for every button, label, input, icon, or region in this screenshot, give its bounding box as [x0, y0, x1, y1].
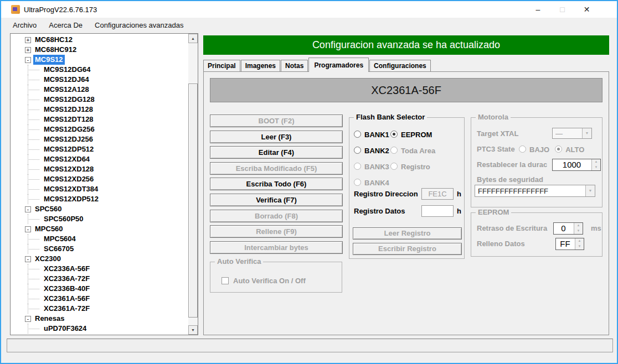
tree-item-sc66705[interactable]: SC66705	[11, 244, 188, 254]
tab-programadores[interactable]: Programadores	[308, 58, 369, 72]
tree-item-mc9s12xd128[interactable]: MC9S12XD128	[11, 164, 188, 174]
auto-verifica-checkbox[interactable]	[222, 277, 229, 284]
target-xtal-value: —	[555, 129, 581, 138]
leer-registro-button[interactable]: Leer Registro	[353, 227, 462, 240]
tree-scrollbar[interactable]: ▲ ▼	[188, 34, 198, 335]
radio-eeprom[interactable]: EEPROM	[390, 129, 432, 139]
tree-expander-icon[interactable]: +	[25, 37, 31, 43]
target-xtal-dropdown[interactable]: — ▼	[552, 128, 592, 139]
dropdown-arrow-icon[interactable]: ▼	[582, 128, 591, 138]
tree-expander-icon[interactable]: -	[25, 57, 31, 63]
tree-item-xc2361a-56f[interactable]: XC2361A-56F	[11, 294, 188, 304]
tree-item-mc9s12xdt384[interactable]: MC9S12XDT384	[11, 184, 188, 194]
radio-bank2[interactable]: BANK2	[354, 145, 389, 155]
button-leer-f3[interactable]: Leer (F3)	[210, 131, 343, 143]
close-button[interactable]: ✕	[574, 1, 599, 18]
radio-bank4[interactable]: BANK4	[354, 178, 389, 188]
reset-duration-spinner[interactable]: 1000 ▲▼	[552, 159, 601, 171]
registro-direccion-field[interactable]: FE1C	[421, 188, 454, 200]
tree-expander-icon[interactable]: -	[25, 256, 31, 262]
tree-expander-icon[interactable]: -	[25, 226, 31, 232]
menu-item-acerca-de[interactable]: Acerca De	[43, 18, 89, 33]
tab-notas[interactable]: Notas	[281, 60, 308, 71]
radio-toda-area[interactable]: Toda Area	[390, 145, 435, 155]
escribir-registro-button[interactable]: Escribir Registro	[353, 243, 462, 255]
maximize-button[interactable]: □	[550, 1, 575, 18]
tree-expander-icon[interactable]: +	[25, 47, 31, 53]
spinner-up-icon[interactable]: ▲	[592, 159, 600, 165]
menu-item-configuraciones-avanzadas[interactable]: Configuraciones avanzadas	[89, 18, 189, 33]
tree-item-mc9s12xdp512[interactable]: MC9S12XDP512	[11, 194, 188, 204]
radio-label: BANK2	[364, 147, 389, 155]
button-intercambiar-bytes[interactable]: Intercambiar bytes	[210, 241, 343, 254]
button-boot-f2[interactable]: BOOT (F2)	[210, 115, 343, 127]
tree-item-spc560[interactable]: -SPC560	[11, 204, 188, 214]
tree-item-label: uPD70F3624	[42, 324, 88, 334]
spinner-up-icon[interactable]: ▲	[574, 223, 583, 228]
tree-connector-tick	[28, 269, 39, 269]
button-verifica-f7[interactable]: Verifica (F7)	[210, 194, 343, 206]
button-escriba-todo-f6[interactable]: Escriba Todo (F6)	[210, 178, 343, 190]
tree-item-mc9s12dj128[interactable]: MC9S12DJ128	[11, 105, 188, 115]
tree-expander-icon[interactable]: -	[25, 206, 31, 212]
registro-datos-field[interactable]	[421, 205, 454, 217]
tree-item-mpc5604[interactable]: MPC5604	[11, 234, 188, 244]
tree-item-mpc560[interactable]: -MPC560	[11, 224, 188, 234]
tree-item-mc9s12dg128[interactable]: MC9S12DG128	[11, 95, 188, 105]
radio-bank3[interactable]: BANK3	[354, 162, 389, 171]
radio-alto[interactable]: ALTO	[555, 144, 584, 154]
tree-item-label: MPC560	[33, 224, 65, 234]
spinner-down-icon[interactable]: ▼	[574, 228, 583, 234]
button-rellene-f9[interactable]: Rellene (F9)	[210, 225, 343, 238]
tree-item-renesas[interactable]: -Renesas	[11, 314, 188, 324]
tree-item-xc2336a-56f[interactable]: XC2336A-56F	[11, 264, 188, 274]
tree-item-mc9s12xd64[interactable]: MC9S12XD64	[11, 154, 188, 164]
tree-item-mc9s12dt128[interactable]: MC9S12DT128	[11, 115, 188, 124]
spinner-down-icon[interactable]: ▼	[575, 244, 584, 249]
minimize-button[interactable]: –	[526, 1, 550, 18]
tree-item-mc9s12[interactable]: -MC9S12	[11, 55, 188, 65]
button-borrado-f8[interactable]: Borrado (F8)	[210, 210, 343, 222]
scrollbar-thumb[interactable]	[188, 84, 198, 318]
radio-bajo[interactable]: BAJO	[519, 144, 549, 154]
radio-registro[interactable]: Registro	[390, 162, 430, 171]
scroll-down-icon[interactable]: ▼	[188, 325, 198, 335]
tree-item-xc2336b-40f[interactable]: XC2336B-40F	[11, 284, 188, 294]
tree-item-mc9s12dg64[interactable]: MC9S12DG64	[11, 65, 188, 75]
write-delay-value: 0	[554, 223, 573, 234]
tree-item-mc9s12xd256[interactable]: MC9S12XD256	[11, 174, 188, 184]
dropdown-arrow-icon[interactable]: ▼	[585, 185, 595, 196]
tree-item-mc9s12a128[interactable]: MC9S12A128	[11, 85, 188, 95]
fill-data-spinner[interactable]: FF ▲▼	[555, 238, 584, 250]
scroll-up-icon[interactable]: ▲	[188, 34, 198, 43]
radio-bank1[interactable]: BANK1	[354, 129, 389, 139]
tree-item-xc2336a-72f[interactable]: XC2336A-72F	[11, 274, 188, 284]
spinner-up-icon[interactable]: ▲	[575, 238, 584, 244]
tree-connector-tick	[28, 100, 39, 100]
button-editar-f4[interactable]: Editar (F4)	[210, 146, 343, 159]
radio-label: BANK3	[364, 163, 389, 171]
tree-item-mc68hc12[interactable]: +MC68HC12	[11, 35, 188, 45]
device-name-banner: XC2361A-56F	[210, 78, 602, 102]
tab-principal[interactable]: Principal	[203, 60, 240, 71]
tree-item-xc2300[interactable]: -XC2300	[11, 254, 188, 264]
spinner-buttons[interactable]: ▲▼	[574, 223, 583, 234]
tree-item-xc2361a-72f[interactable]: XC2361A-72F	[11, 304, 188, 314]
security-bytes-dropdown[interactable]: FFFFFFFFFFFFFFFF ▼	[475, 185, 595, 197]
tab-imagenes[interactable]: Imagenes	[241, 60, 280, 71]
write-delay-spinner[interactable]: 0 ▲▼	[553, 222, 583, 235]
tree-item-mc9s12dj64[interactable]: MC9S12DJ64	[11, 75, 188, 85]
tab-configuraciones[interactable]: Configuraciones	[369, 60, 431, 71]
tree-item-mc68hc912[interactable]: +MC68HC912	[11, 45, 188, 55]
spinner-buttons[interactable]: ▲▼	[575, 238, 584, 249]
menu-item-archivo[interactable]: Archivo	[7, 18, 43, 33]
tree-expander-icon[interactable]: -	[25, 316, 31, 322]
spinner-down-icon[interactable]: ▼	[592, 165, 600, 170]
tree-item-mc9s12dp512[interactable]: MC9S12DP512	[11, 144, 188, 154]
tree-item-mc9s12dj256[interactable]: MC9S12DJ256	[11, 134, 188, 144]
tree-item-upd70f3624[interactable]: uPD70F3624	[11, 324, 188, 334]
tree-item-mc9s12dg256[interactable]: MC9S12DG256	[11, 124, 188, 134]
spinner-buttons[interactable]: ▲▼	[591, 159, 600, 170]
tree-item-spc560p50[interactable]: SPC560P50	[11, 214, 188, 224]
button-escriba-modificado-f5[interactable]: Escriba Modificado (F5)	[210, 162, 343, 175]
